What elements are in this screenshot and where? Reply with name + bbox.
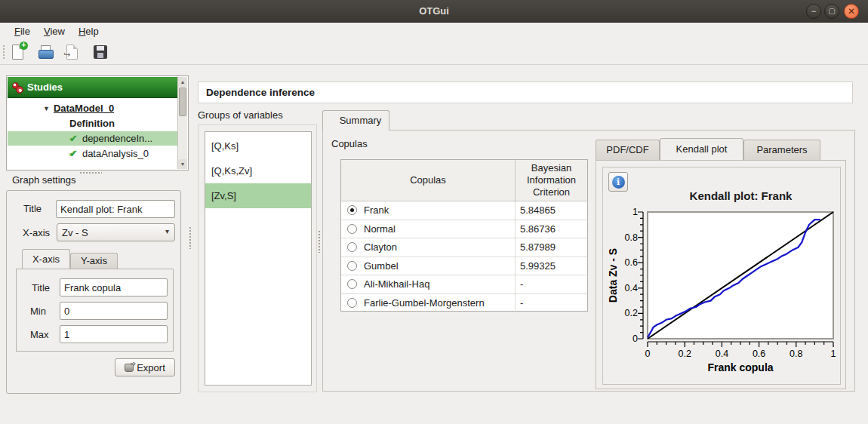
copulas-label: Copulas — [331, 138, 368, 149]
toolbar-drag-handle[interactable] — [2, 45, 6, 60]
min-label: Min — [30, 306, 46, 317]
toolbar: + ↪ — [0, 40, 868, 65]
kendall-plot: 000.20.20.40.40.60.60.80.811Frank copula… — [602, 205, 840, 379]
page-title-box: Dependence inference — [198, 81, 853, 103]
svg-text:0.4: 0.4 — [716, 349, 728, 359]
vertical-splitter-handle[interactable] — [189, 226, 192, 249]
groups-list: [Q,Ks] [Q,Ks,Zv] [Zv,S] — [205, 131, 312, 386]
svg-text:0: 0 — [645, 349, 651, 359]
studies-tree: Studies ▼ DataModel_0 Definition ✔ depen… — [6, 75, 189, 171]
tab-y-axis[interactable]: Y-axis — [70, 253, 118, 269]
import-script-button[interactable]: ↪ — [63, 43, 83, 63]
table-row[interactable]: Normal 5.86736 — [341, 220, 587, 239]
groups-frame: [Q,Ks] [Q,Ks,Zv] [Zv,S] — [198, 124, 317, 392]
svg-text:0.2: 0.2 — [625, 308, 638, 318]
tree-scrollbar[interactable]: ▲ ▼ — [177, 77, 187, 169]
window-title: OTGui — [0, 0, 868, 22]
open-folder-icon — [38, 50, 54, 59]
copulas-table: Copulas Bayesian Information Criterion F… — [340, 159, 588, 312]
vertical-splitter-handle-2[interactable] — [318, 230, 321, 253]
tab-kendall-plot[interactable]: Kendall plot — [660, 138, 743, 160]
close-icon[interactable]: ✕ — [844, 4, 859, 19]
graph-settings-label: Graph settings — [12, 174, 76, 186]
svg-text:0.8: 0.8 — [790, 349, 802, 359]
svg-text:0: 0 — [633, 333, 638, 344]
tree-item-definition[interactable]: Definition — [8, 116, 179, 131]
svg-text:0.6: 0.6 — [625, 257, 638, 268]
menu-help[interactable]: Help — [72, 24, 106, 38]
table-row[interactable]: Ali-Mikhail-Haq - — [341, 275, 587, 294]
minimize-icon[interactable]: − — [806, 4, 821, 19]
menu-view[interactable]: View — [37, 24, 72, 38]
scroll-up-icon[interactable]: ▲ — [178, 77, 187, 87]
group-item-qks[interactable]: [Q,Ks] — [205, 134, 311, 158]
import-arrow-icon: ↪ — [63, 50, 70, 60]
table-row[interactable]: Farlie-Gumbel-Morgenstern - — [341, 294, 587, 313]
openturns-logo-icon — [12, 82, 23, 93]
tab-summary[interactable]: Summary — [322, 110, 389, 131]
radio-farlie-gumbel-morgenstern[interactable] — [347, 298, 357, 308]
axis-title-label: Title — [32, 282, 50, 293]
titlebar: OTGui − ▢ ✕ — [0, 0, 868, 23]
radio-normal[interactable] — [347, 224, 357, 234]
group-item-qkszv[interactable]: [Q,Ks,Zv] — [205, 158, 311, 183]
menubar: File View Help — [0, 23, 868, 40]
tab-x-axis[interactable]: X-axis — [22, 249, 70, 269]
scroll-down-icon[interactable]: ▼ — [178, 159, 187, 169]
table-header: Copulas Bayesian Information Criterion — [341, 160, 587, 201]
tree-item-datamodel[interactable]: ▼ DataModel_0 — [8, 101, 179, 115]
svg-text:0.8: 0.8 — [625, 232, 638, 243]
svg-text:0.2: 0.2 — [679, 349, 691, 359]
info-icon: i — [612, 176, 625, 189]
column-header-bic: Bayesian Information Criterion — [515, 160, 587, 201]
axis-settings-panel: Title Min Max — [16, 269, 174, 352]
radio-frank[interactable] — [347, 205, 357, 215]
export-icon — [125, 363, 134, 372]
svg-text:1: 1 — [831, 349, 836, 359]
chart-title: Kendall plot: Frank — [648, 189, 834, 202]
svg-text:0.4: 0.4 — [625, 283, 638, 293]
groups-of-variables-label: Groups of variables — [198, 109, 283, 121]
horizontal-splitter-handle[interactable] — [79, 171, 102, 174]
svg-text:Data Zv - S: Data Zv - S — [607, 248, 619, 303]
scrollbar-thumb[interactable] — [179, 88, 186, 116]
title-label: Title — [23, 203, 42, 214]
new-study-button[interactable]: + — [9, 43, 29, 63]
radio-ali-mikhail-haq[interactable] — [347, 279, 357, 289]
studies-tree-header: Studies — [8, 77, 179, 98]
info-button[interactable]: i — [608, 172, 628, 192]
check-icon: ✔ — [69, 148, 78, 159]
graph-settings-box: Title X-axis Zv - S ▾ X-axis Y-axis Titl… — [6, 190, 181, 394]
page-title: Dependence inference — [206, 87, 315, 98]
table-row[interactable]: Gumbel 5.99325 — [341, 257, 587, 276]
tree-item-data-analysis[interactable]: ✔ dataAnalysis_0 — [8, 146, 179, 161]
radio-gumbel[interactable] — [347, 261, 357, 271]
min-input[interactable] — [60, 302, 168, 320]
save-study-button[interactable] — [91, 43, 110, 63]
plus-icon: + — [20, 41, 28, 50]
table-row[interactable]: Frank 5.84865 — [341, 201, 587, 220]
axis-title-input[interactable] — [60, 278, 168, 296]
tab-parameters[interactable]: Parameters — [743, 140, 820, 160]
tree-item-dependence-inference[interactable]: ✔ dependenceIn... — [8, 131, 179, 146]
xaxis-label: X-axis — [23, 227, 50, 238]
xaxis-select[interactable]: Zv - S ▾ — [57, 223, 175, 241]
svg-text:0.6: 0.6 — [753, 349, 765, 359]
max-input[interactable] — [60, 325, 168, 343]
open-study-button[interactable] — [36, 43, 56, 63]
menu-file[interactable]: File — [8, 24, 37, 38]
radio-clayton[interactable] — [347, 242, 357, 252]
group-item-zvs[interactable]: [Zv,S] — [205, 183, 311, 208]
max-label: Max — [30, 329, 49, 340]
check-icon: ✔ — [69, 133, 78, 144]
save-icon — [94, 45, 107, 59]
tab-pdf-cdf[interactable]: PDF/CDF — [596, 140, 660, 160]
chevron-down-icon[interactable]: ▼ — [43, 105, 50, 112]
table-row[interactable]: Clayton 5.87989 — [341, 238, 587, 257]
svg-text:Frank copula: Frank copula — [707, 361, 773, 373]
column-header-copulas: Copulas — [341, 160, 515, 201]
maximize-icon[interactable]: ▢ — [824, 4, 839, 19]
graph-title-input[interactable] — [56, 200, 175, 218]
chevron-down-icon: ▾ — [165, 227, 169, 235]
export-button[interactable]: Export — [115, 358, 175, 376]
